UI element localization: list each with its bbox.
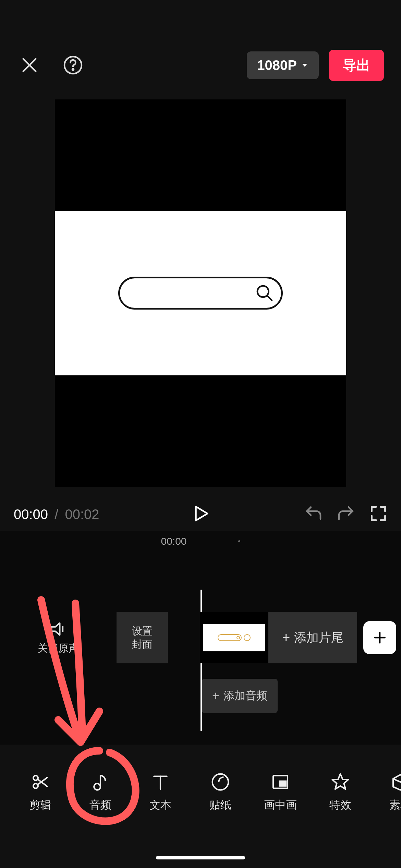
- duration: 00:02: [65, 507, 99, 522]
- fullscreen-button[interactable]: [369, 505, 387, 524]
- cover-label: 设置 封面: [132, 624, 153, 651]
- svg-marker-21: [332, 774, 348, 789]
- svg-rect-20: [279, 781, 286, 786]
- add-audio-label: 添加音频: [223, 688, 267, 703]
- tool-edit[interactable]: 剪辑: [10, 772, 70, 813]
- svg-marker-7: [52, 623, 60, 635]
- ruler-tick-dot: [238, 540, 240, 542]
- ruler-tick-label: 00:00: [161, 535, 186, 547]
- box-icon: [391, 772, 401, 792]
- plus-icon: +: [212, 689, 219, 703]
- time-display: 00:00 / 00:02: [14, 507, 99, 522]
- sticker-icon: [211, 772, 230, 792]
- playback-bar: 00:00 / 00:02: [0, 497, 401, 531]
- star-icon: [331, 772, 350, 792]
- tool-pip[interactable]: 画中画: [250, 772, 310, 813]
- tool-label: 文本: [149, 798, 171, 813]
- tool-effects[interactable]: 特效: [310, 772, 370, 813]
- top-bar: 1080P 导出: [0, 45, 401, 86]
- svg-line-5: [267, 296, 272, 300]
- export-button[interactable]: 导出: [329, 50, 384, 81]
- preview-frame: [55, 211, 346, 375]
- video-clip[interactable]: [200, 612, 268, 663]
- add-audio-button[interactable]: + 添加音频: [202, 679, 278, 713]
- help-icon[interactable]: [61, 53, 85, 77]
- pip-icon: [271, 772, 290, 792]
- scissors-icon: [31, 772, 50, 792]
- video-preview[interactable]: [55, 99, 346, 487]
- svg-point-15: [94, 784, 100, 790]
- set-cover-button[interactable]: 设置 封面: [117, 612, 168, 663]
- mute-original-sound-button[interactable]: 关闭原声: [0, 620, 117, 655]
- tool-materials[interactable]: 素材: [370, 772, 401, 813]
- home-indicator: [156, 856, 245, 859]
- plus-icon: +: [282, 630, 290, 646]
- timeline-ruler: 00:00: [0, 531, 401, 547]
- clip-thumbnail: [200, 612, 268, 663]
- add-ending-label: 添加片尾: [294, 629, 343, 646]
- play-button[interactable]: [191, 504, 210, 524]
- resolution-label: 1080P: [257, 58, 297, 73]
- tool-label: 素材: [389, 798, 401, 813]
- tool-label: 剪辑: [29, 798, 51, 813]
- current-time: 00:00: [14, 507, 48, 522]
- tool-label: 贴纸: [209, 798, 231, 813]
- tool-text[interactable]: 文本: [130, 772, 190, 813]
- plus-icon: [372, 630, 387, 645]
- magnify-icon: [255, 284, 274, 303]
- bottom-toolbar: 剪辑 音频 文本 贴纸 画中画 特效 素材: [0, 758, 401, 827]
- redo-button[interactable]: [337, 504, 356, 525]
- mute-label: 关闭原声: [38, 641, 79, 655]
- resolution-selector[interactable]: 1080P: [247, 51, 319, 79]
- time-separator: /: [54, 507, 58, 522]
- speaker-icon: [49, 620, 67, 638]
- text-icon: [151, 772, 170, 792]
- svg-marker-6: [196, 507, 208, 521]
- chevron-down-icon: [301, 61, 308, 69]
- preview-content-searchbox: [118, 277, 283, 310]
- tool-label: 画中画: [264, 798, 297, 813]
- svg-point-3: [72, 69, 74, 70]
- tool-label: 特效: [329, 798, 351, 813]
- add-clip-button[interactable]: [363, 621, 396, 654]
- timeline-area[interactable]: 00:00 关闭原声 设置 封面 + 添加片尾: [0, 531, 401, 745]
- close-icon[interactable]: [17, 53, 42, 77]
- video-track: 关闭原声 设置 封面 + 添加片尾: [0, 610, 401, 665]
- music-note-icon: [91, 772, 110, 792]
- tool-audio[interactable]: 音频: [70, 772, 130, 813]
- tool-sticker[interactable]: 贴纸: [190, 772, 250, 813]
- add-ending-button[interactable]: + 添加片尾: [268, 612, 357, 663]
- undo-button[interactable]: [304, 504, 323, 525]
- tool-label: 音频: [89, 798, 111, 813]
